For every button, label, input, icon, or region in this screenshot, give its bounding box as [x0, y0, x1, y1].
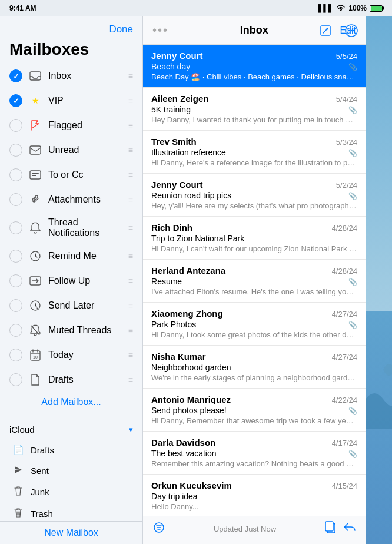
- mailbox-item-attachments[interactable]: Attachments ≡: [0, 187, 142, 212]
- done-button[interactable]: Done: [109, 24, 133, 35]
- add-mailbox-button[interactable]: Add Mailbox...: [0, 392, 142, 412]
- sendlater-reorder-icon: ≡: [128, 301, 133, 310]
- email-subject: The best vacation: [151, 449, 217, 458]
- main-container: Done Mailboxes Inbox ≡ ★ VIP ≡: [0, 16, 392, 544]
- email-list: Jenny Court 5/5/24 Beach day 📎 Beach Day…: [143, 45, 366, 516]
- email-attach-icon: 📎: [348, 149, 357, 157]
- email-preview: Remember this amazing vacation? Nothing …: [151, 459, 357, 468]
- icloud-drafts-label: Drafts: [31, 445, 54, 455]
- filter-button[interactable]: [152, 522, 165, 536]
- reply-button[interactable]: [343, 521, 356, 537]
- followup-check: [9, 274, 22, 287]
- remindme-check: [9, 250, 22, 263]
- email-sender: Rich Dinh: [151, 223, 192, 233]
- mailbox-item-toorcc[interactable]: To or Cc ≡: [0, 162, 142, 187]
- email-item[interactable]: Antonio Manriquez 4/22/24 Send photos pl…: [143, 389, 366, 432]
- sendlater-label: Send Later: [48, 300, 122, 311]
- email-row2: Illustration reference 📎: [151, 148, 357, 157]
- new-mailbox-button[interactable]: New Mailbox: [44, 528, 98, 538]
- mailbox-item-drafts[interactable]: Drafts ≡: [0, 367, 142, 392]
- status-time: 9:41 AM: [9, 4, 36, 12]
- mailbox-item-remindme[interactable]: Remind Me ≡: [0, 244, 142, 268]
- email-date: 4/28/24: [332, 224, 357, 233]
- bottom-bar: Updated Just Now: [143, 516, 366, 544]
- vip-label: VIP: [48, 95, 122, 106]
- inbox-title: Inbox: [240, 24, 268, 37]
- email-sender: Xiaomeng Zhong: [151, 309, 223, 319]
- compose-button[interactable]: [316, 21, 335, 40]
- email-attach-icon: 📎: [348, 192, 357, 200]
- mutedthreads-reorder-icon: ≡: [128, 326, 133, 335]
- email-item[interactable]: Trev Smith 5/3/24 Illustration reference…: [143, 131, 366, 174]
- battery-label: 100%: [348, 4, 367, 12]
- mailbox-item-threadnotif[interactable]: Thread Notifications ≡: [0, 212, 142, 244]
- email-item[interactable]: Jenny Court 5/2/24 Reunion road trip pic…: [143, 174, 366, 217]
- icloud-item-trash[interactable]: Trash: [0, 503, 142, 521]
- email-sender: Herland Antezana: [151, 266, 225, 276]
- email-date: 4/15/24: [332, 482, 357, 490]
- background-strip: [366, 16, 392, 544]
- icloud-item-junk[interactable]: Junk: [0, 481, 142, 503]
- more-options-button[interactable]: [342, 21, 361, 40]
- email-item[interactable]: Nisha Kumar 4/27/24 Neighborhood garden …: [143, 346, 366, 389]
- email-row2: 5K training 📎: [151, 105, 357, 114]
- icloud-item-drafts[interactable]: 📄 Drafts: [0, 439, 142, 460]
- email-subject: Day trip idea: [151, 492, 198, 501]
- email-sender: Nisha Kumar: [151, 351, 206, 361]
- svg-text:10: 10: [33, 355, 38, 359]
- toorcc-icon: [28, 168, 42, 182]
- email-item[interactable]: Aileen Zeigen 5/4/24 5K training 📎 Hey D…: [143, 88, 366, 131]
- svg-point-16: [351, 30, 353, 32]
- unread-icon: [28, 143, 42, 157]
- mailbox-item-vip[interactable]: ★ VIP ≡: [0, 88, 142, 113]
- mailbox-item-today[interactable]: 10 Today ≡: [0, 343, 142, 367]
- mailbox-item-inbox[interactable]: Inbox ≡: [0, 64, 142, 88]
- email-date: 5/2/24: [336, 181, 357, 190]
- svg-rect-1: [30, 146, 41, 154]
- email-subject: Send photos please!: [151, 406, 227, 415]
- svg-point-17: [353, 30, 355, 32]
- mailbox-item-mutedthreads[interactable]: Muted Threads ≡: [0, 318, 142, 343]
- email-item[interactable]: Darla Davidson 4/17/24 The best vacation…: [143, 432, 366, 475]
- unread-check: [9, 144, 22, 157]
- icloud-trash-icon: [12, 508, 25, 519]
- email-row2: The best vacation 📎: [151, 449, 357, 458]
- email-row1: Jenny Court 5/2/24: [151, 180, 357, 190]
- icloud-drafts-icon: 📄: [12, 445, 25, 455]
- drafts-reorder-icon: ≡: [128, 375, 133, 384]
- mailbox-item-sendlater[interactable]: Send Later ≡: [0, 293, 142, 318]
- remindme-icon: [28, 249, 42, 263]
- email-item[interactable]: Orkun Kucuksevim 4/15/24 Day trip idea H…: [143, 475, 366, 516]
- today-reorder-icon: ≡: [128, 350, 133, 360]
- email-item[interactable]: Herland Antezana 4/28/24 Resume 📎 I've a…: [143, 260, 366, 303]
- icloud-item-sent[interactable]: Sent: [0, 460, 142, 481]
- email-date: 4/22/24: [332, 396, 357, 404]
- email-row2: Reunion road trip pics 📎: [151, 191, 357, 200]
- icloud-sent-icon: [12, 466, 25, 476]
- email-subject: Beach day: [151, 62, 190, 71]
- email-row2: Day trip idea: [151, 492, 357, 501]
- svg-rect-4: [32, 175, 36, 176]
- email-row1: Rich Dinh 4/28/24: [151, 223, 357, 233]
- left-header: Done: [0, 16, 142, 40]
- section-divider: [0, 416, 142, 416]
- icloud-header[interactable]: iCloud ▾: [0, 420, 142, 439]
- email-preview: Hello Danny...: [151, 502, 357, 511]
- email-subject: Illustration reference: [151, 148, 226, 157]
- attachments-icon: [28, 193, 42, 207]
- mailbox-item-unread[interactable]: Unread ≡: [0, 138, 142, 162]
- email-item[interactable]: Xiaomeng Zhong 4/27/24 Park Photos 📎 Hi …: [143, 303, 366, 346]
- flagged-reorder-icon: ≡: [128, 121, 133, 130]
- email-attach-icon: 📎: [348, 450, 357, 458]
- svg-rect-0: [30, 72, 41, 80]
- mailbox-item-followup[interactable]: Follow Up ≡: [0, 268, 142, 293]
- copy-button[interactable]: [324, 521, 336, 537]
- email-subject: Resume: [151, 277, 182, 286]
- email-item[interactable]: Rich Dinh 4/28/24 Trip to Zion National …: [143, 217, 366, 260]
- mailbox-item-flagged[interactable]: Flagged ≡: [0, 113, 142, 138]
- mutedthreads-icon: [28, 323, 42, 337]
- email-subject: Park Photos: [151, 320, 196, 329]
- email-attach-icon: 📎: [348, 407, 357, 415]
- email-item[interactable]: Jenny Court 5/5/24 Beach day 📎 Beach Day…: [143, 45, 366, 88]
- mutedthreads-label: Muted Threads: [48, 325, 122, 336]
